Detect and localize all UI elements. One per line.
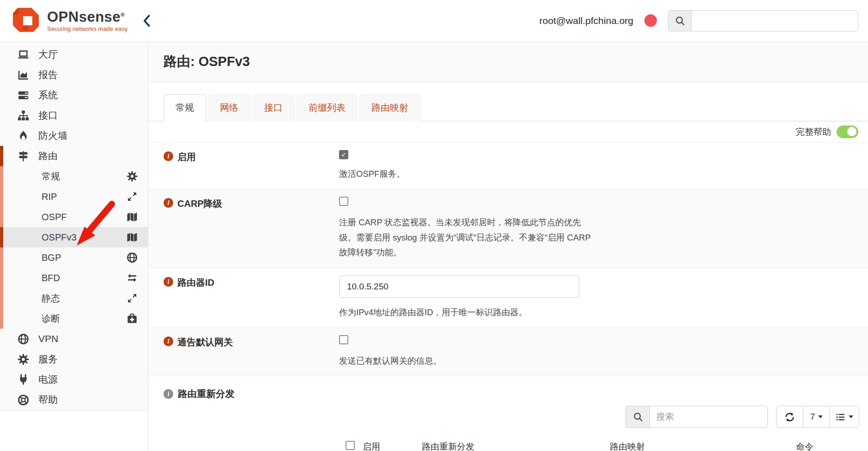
- field-label-router-id: i 路由器ID: [164, 276, 339, 320]
- header-search-group: [668, 10, 858, 31]
- brand-registered-mark: ®: [121, 11, 125, 18]
- page-size-dropdown[interactable]: 7: [803, 406, 830, 428]
- main-content: 路由: OSPFv3 常规 网络 接口 前缀列表 路由映射 完整帮助 i 启用: [148, 42, 868, 451]
- page-header: 路由: OSPFv3: [148, 42, 868, 82]
- sidebar-subitem-general[interactable]: 常规: [0, 166, 148, 186]
- refresh-button[interactable]: [776, 406, 803, 428]
- full-help-label: 完整帮助: [796, 126, 831, 138]
- sidebar-collapse-icon[interactable]: [141, 14, 152, 28]
- search-icon[interactable]: [625, 406, 649, 428]
- status-indicator-dot[interactable]: [644, 14, 657, 27]
- info-icon[interactable]: i: [164, 337, 173, 346]
- grid-controls: 7: [148, 402, 868, 435]
- form-row-carp-demote: i CARP降级 注册 CARP 状态监视器。当未发现邻居时，将降低此节点的优先…: [148, 189, 868, 268]
- globe-icon: [127, 252, 138, 263]
- sidebar-subitem-static[interactable]: 静态: [0, 288, 148, 308]
- advertise-default-gw-checkbox[interactable]: [339, 335, 348, 344]
- redistribution-table: 启用 路由重新分发 路由映射 命令 ✓ 连接的路由(直接连接的子网或主机): [339, 435, 859, 451]
- redistribution-title: 路由重新分发: [178, 387, 235, 400]
- col-header-commands: 命令: [796, 441, 859, 451]
- map-signs-icon: [17, 150, 30, 162]
- header-search-input[interactable]: [691, 10, 858, 31]
- sidebar-item-services[interactable]: 服务: [0, 349, 148, 369]
- col-header-enabled: 启用: [363, 441, 422, 451]
- form-row-enable: i 启用 ✓ 激活OSPF服务。: [148, 143, 868, 189]
- field-label-enable: i 启用: [164, 150, 339, 181]
- sidebar-item-reporting[interactable]: 报告: [0, 65, 148, 85]
- sidebar-menu: 大厅 报告 系统: [0, 42, 148, 410]
- help-text-carp-demote: 注册 CARP 状态监视器。当未发现邻居时，将降低此节点的优先级。需要启用 sy…: [339, 215, 591, 260]
- sidebar-item-system[interactable]: 系统: [0, 85, 148, 105]
- help-text-advertise-default-gw: 发送已有默认网关的信息。: [339, 354, 591, 368]
- form-row-advertise-default-gw: i 通告默认网关 发送已有默认网关的信息。: [148, 328, 868, 376]
- brand-tagline: Securing networks made easy: [47, 26, 127, 32]
- logged-in-user: root@wall.pfchina.org: [540, 15, 633, 26]
- field-label-carp-demote: i CARP降级: [164, 197, 339, 260]
- table-header-row: 启用 路由重新分发 路由映射 命令: [339, 435, 859, 451]
- gear-icon: [127, 171, 138, 182]
- refresh-icon: [785, 412, 795, 422]
- col-header-route-map: 路由映射: [610, 441, 796, 451]
- router-id-input[interactable]: [339, 276, 579, 298]
- redistribution-section-header: i 路由重新分发: [148, 376, 868, 402]
- caret-down-icon: [849, 415, 853, 418]
- tab-general[interactable]: 常规: [164, 94, 206, 121]
- sidebar-item-help[interactable]: 帮助: [0, 390, 148, 410]
- medkit-icon: [127, 313, 138, 324]
- sidebar-subitem-diagnostics[interactable]: 诊断: [0, 308, 148, 329]
- column-selector-dropdown[interactable]: [830, 406, 859, 428]
- page-title: 路由: OSPFv3: [164, 53, 250, 71]
- form-row-router-id: i 路由器ID 作为IPv4地址的路由器ID，用于唯一标识路由器。: [148, 268, 868, 328]
- caret-down-icon: [818, 415, 823, 418]
- laptop-icon: [17, 49, 30, 60]
- sidebar-subitem-rip[interactable]: RIP: [0, 186, 148, 207]
- help-text-enable: 激活OSPF服务。: [339, 167, 591, 181]
- server-icon: [17, 90, 30, 101]
- select-all-checkbox[interactable]: [346, 441, 355, 450]
- help-text-router-id: 作为IPv4地址的路由器ID，用于唯一标识路由器。: [339, 305, 591, 320]
- grid-search-input[interactable]: [649, 406, 768, 428]
- list-columns-icon: [836, 412, 845, 422]
- gear-icon: [17, 354, 30, 365]
- tab-bar: 常规 网络 接口 前缀列表 路由映射: [148, 82, 868, 121]
- tab-prefix-lists[interactable]: 前缀列表: [297, 94, 358, 121]
- life-ring-icon: [17, 394, 30, 406]
- sidebar-subitem-ospf[interactable]: OSPF: [0, 207, 148, 227]
- info-icon[interactable]: i: [164, 277, 173, 287]
- chart-area-icon: [17, 69, 30, 81]
- info-icon[interactable]: i: [164, 198, 173, 208]
- fire-icon: [17, 130, 30, 142]
- full-help-toggle[interactable]: [837, 126, 858, 138]
- brand-wordmark: OPNsense® Securing networks made easy: [47, 10, 127, 32]
- brand-block: OPNsense® Securing networks made easy: [11, 6, 152, 36]
- grid-button-group: 7: [776, 406, 859, 428]
- map-icon: [127, 211, 138, 222]
- grid-search-group: [625, 406, 768, 428]
- page-size-value: 7: [810, 412, 815, 422]
- sidebar-item-vpn[interactable]: VPN: [0, 329, 148, 349]
- enable-checkbox[interactable]: ✓: [339, 150, 348, 159]
- top-bar: OPNsense® Securing networks made easy ro…: [0, 0, 868, 42]
- carp-demote-checkbox[interactable]: [339, 197, 348, 206]
- info-icon[interactable]: i: [164, 151, 173, 161]
- info-icon[interactable]: i: [164, 389, 173, 399]
- sidebar-subitem-bfd[interactable]: BFD: [0, 268, 148, 288]
- expand-arrows-icon: [127, 191, 138, 202]
- map-icon: [127, 232, 138, 243]
- tab-route-maps[interactable]: 路由映射: [359, 94, 420, 121]
- sidebar-item-firewall[interactable]: 防火墙: [0, 126, 148, 146]
- sidebar-subitem-bgp[interactable]: BGP: [0, 247, 148, 268]
- sidebar-subitem-ospfv3[interactable]: OSPFv3: [0, 227, 148, 247]
- search-icon[interactable]: [668, 10, 691, 31]
- brand-name: OPNsense: [47, 9, 121, 25]
- sidebar-item-power[interactable]: 电源: [0, 369, 148, 390]
- sitemap-icon: [17, 110, 30, 121]
- tab-interfaces[interactable]: 接口: [252, 94, 295, 121]
- sidebar-item-lobby[interactable]: 大厅: [0, 44, 148, 65]
- exchange-icon: [127, 272, 138, 283]
- sidebar-item-routing[interactable]: 路由: [0, 146, 148, 166]
- col-header-redistribute: 路由重新分发: [422, 441, 610, 451]
- sidebar-item-interfaces[interactable]: 接口: [0, 105, 148, 126]
- tab-networks[interactable]: 网络: [208, 94, 250, 121]
- full-help-row: 完整帮助: [148, 121, 868, 143]
